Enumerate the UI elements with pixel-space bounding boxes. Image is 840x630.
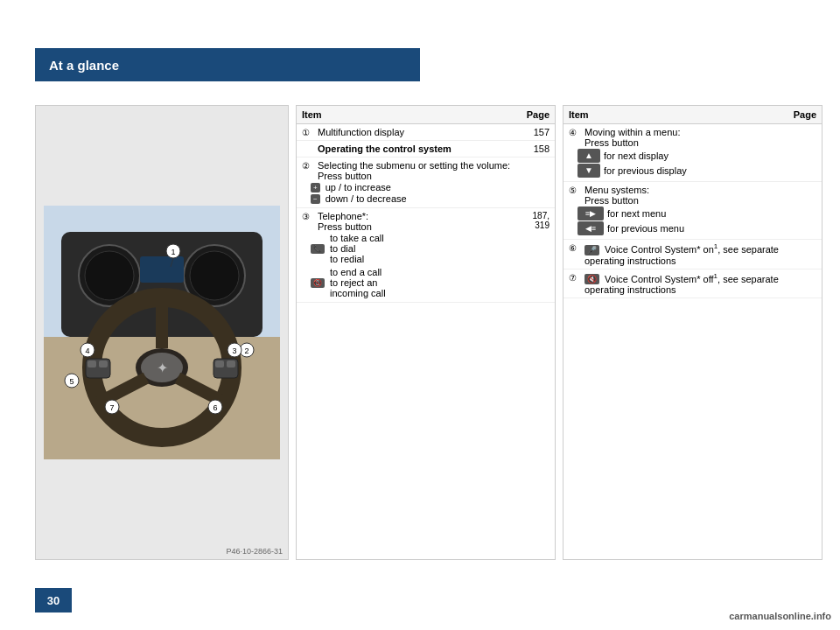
row-sub: ▲ for next display ▼ for previous displa… — [569, 148, 687, 178]
row-page — [785, 185, 816, 206]
svg-text:1: 1 — [171, 248, 175, 256]
col-item-label: Item — [302, 109, 518, 120]
row-content: Multifunction display — [318, 127, 518, 137]
svg-text:7: 7 — [109, 403, 114, 412]
down-label: down / to decrease — [326, 193, 407, 204]
image-caption: P46·10-2866-31 — [226, 547, 283, 556]
col-page-label: Page — [518, 109, 550, 120]
row-num: ⑦ — [569, 273, 583, 283]
row-num: ⑥ — [569, 243, 583, 253]
row-sub: ≡▶ for next menu ◀≡ for previous menu — [569, 206, 684, 236]
svg-text:2: 2 — [244, 346, 248, 355]
minus-icon: − — [311, 194, 320, 204]
row-top: ⑤ Menu systems:Press button — [569, 185, 816, 206]
icon-row-up: + up / to increase — [309, 182, 407, 192]
icon-row-end: 📵 to end a callto reject anincoming call — [309, 267, 386, 298]
table-row: ⑥ 🎤 Voice Control System* on1, see separ… — [564, 240, 822, 270]
table-right-header: Item Page — [564, 106, 822, 124]
row-num: ③ — [302, 212, 316, 232]
call-labels: to take a callto dialto redial — [330, 233, 384, 264]
svg-point-6 — [190, 251, 239, 300]
svg-rect-20 — [227, 360, 235, 368]
row-sub: 📞 to take a callto dialto redial 📵 to en… — [302, 232, 386, 299]
icon-row-down: − down / to decrease — [309, 193, 407, 204]
row-page — [785, 127, 816, 148]
row-page — [518, 160, 550, 181]
row-top: ③ Telephone*:Press button 187, 319 — [302, 211, 550, 232]
icon-row-prev-menu: ◀≡ for previous menu — [576, 221, 684, 235]
next-menu-icon: ≡▶ — [578, 206, 604, 220]
table-right: Item Page ④ Moving within a menu:Press b… — [563, 105, 822, 560]
svg-rect-7 — [140, 256, 184, 283]
svg-text:5: 5 — [69, 377, 74, 386]
icon-row-next-menu: ≡▶ for next menu — [576, 206, 684, 220]
main-content: ✦ 1 2 4 5 — [35, 105, 822, 560]
voice-off-icon: 🔇 — [584, 274, 599, 284]
table-row: ⑦ 🔇 Voice Control System* off1, see sepa… — [564, 270, 822, 299]
table-left: Item Page ① Multifunction display 157 Op… — [296, 105, 556, 560]
phone-answer-icon: 📞 — [311, 244, 325, 254]
next-menu-label: for next menu — [607, 208, 666, 219]
page-number-box: 30 — [35, 588, 72, 612]
end-labels: to end a callto reject anincoming call — [330, 267, 386, 298]
next-display-label: for next display — [604, 150, 668, 161]
col-page-label: Page — [785, 109, 816, 120]
svg-text:4: 4 — [85, 346, 89, 355]
prev-menu-icon: ◀≡ — [578, 221, 604, 235]
row-content-bold: Operating the control system — [318, 144, 518, 154]
row-num: ④ — [569, 128, 583, 148]
page-number: 30 — [47, 594, 60, 607]
plus-icon: + — [311, 183, 320, 192]
row-sub: + up / to increase − down / to decrease — [302, 181, 407, 205]
table-row: ⑤ Menu systems:Press button ≡▶ for next … — [564, 182, 822, 240]
row-content: Menu systems:Press button — [584, 185, 785, 206]
row-page: 158 — [518, 144, 550, 154]
page-title: At a glance — [49, 58, 119, 73]
table-row: Operating the control system 158 — [297, 141, 555, 158]
row-num: ① — [302, 128, 316, 137]
steering-wheel-panel: ✦ 1 2 4 5 — [35, 105, 289, 560]
icon-row-next-display: ▲ for next display — [576, 149, 687, 163]
svg-point-4 — [85, 251, 134, 300]
row-content: Moving within a menu:Press button — [584, 127, 785, 148]
table-row: ① Multifunction display 157 — [297, 124, 555, 141]
up-label: up / to increase — [326, 182, 391, 192]
watermark: carmanualsonline.info — [729, 611, 831, 621]
col-item-label: Item — [569, 109, 785, 120]
icon-row-call: 📞 to take a callto dialto redial — [309, 233, 386, 264]
header-bar: At a glance — [35, 48, 420, 81]
svg-text:3: 3 — [232, 346, 236, 355]
row-content: Telephone*:Press button — [318, 211, 518, 232]
icon-row-prev-display: ▼ for previous display — [576, 164, 687, 178]
steering-wheel-svg: ✦ 1 2 4 5 — [44, 206, 280, 459]
arrow-up-icon: ▲ — [578, 149, 600, 163]
voice-on-icon: 🎤 — [584, 245, 599, 256]
row-content: 🔇 Voice Control System* off1, see separa… — [584, 272, 785, 296]
prev-menu-label: for previous menu — [607, 223, 684, 234]
svg-rect-19 — [215, 360, 224, 368]
svg-rect-17 — [99, 360, 108, 368]
table-row: ③ Telephone*:Press button 187, 319 📞 to … — [297, 208, 555, 303]
row-content: Selecting the submenu or setting the vol… — [318, 160, 518, 181]
svg-text:6: 6 — [213, 403, 217, 412]
svg-rect-16 — [88, 360, 96, 368]
row-page: 157 — [518, 127, 550, 137]
table-row: ② Selecting the submenu or setting the v… — [297, 158, 555, 208]
prev-display-label: for previous display — [604, 165, 687, 176]
table-left-header: Item Page — [297, 106, 555, 124]
row-num: ② — [302, 161, 316, 181]
row-content: 🎤 Voice Control System* on1, see separat… — [584, 242, 785, 266]
row-top: ④ Moving within a menu:Press button — [569, 127, 816, 148]
row-top: ② Selecting the submenu or setting the v… — [302, 160, 550, 181]
row-num: ⑤ — [569, 186, 583, 206]
svg-text:✦: ✦ — [157, 360, 168, 375]
arrow-down-icon: ▼ — [578, 164, 600, 178]
phone-end-icon: 📵 — [311, 278, 325, 288]
row-page: 187, 319 — [518, 211, 550, 232]
table-row: ④ Moving within a menu:Press button ▲ fo… — [564, 124, 822, 182]
